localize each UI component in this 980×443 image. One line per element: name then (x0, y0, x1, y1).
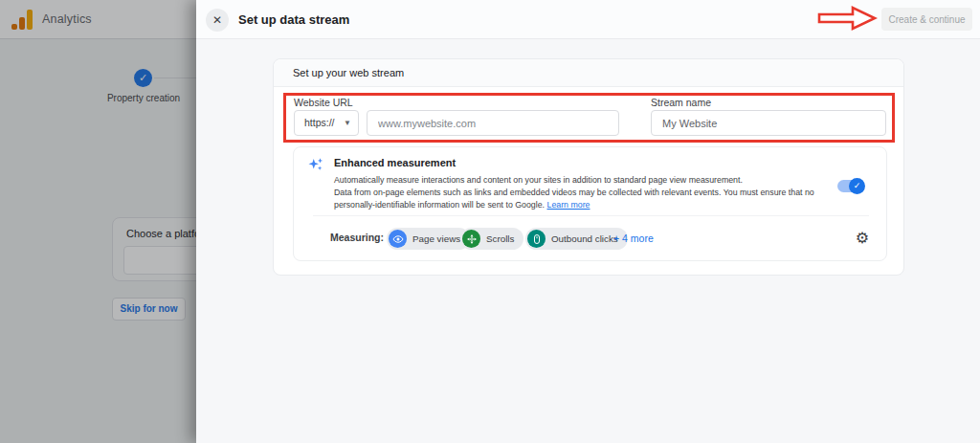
chip-label: Page views (412, 233, 460, 244)
enhanced-measurement-description: Automatically measure interactions and c… (334, 174, 830, 211)
screen: Analytics ✓ Property creation Choose a p… (0, 0, 980, 443)
create-continue-button[interactable]: Create & continue (881, 8, 972, 31)
setup-data-stream-panel: ✕ Set up data stream Create & continue S… (196, 0, 980, 443)
card-header: Set up your web stream (274, 59, 903, 87)
protocol-select[interactable]: https:// ▼ (294, 110, 359, 136)
measuring-row: Measuring: Page views Scrolls (294, 222, 886, 255)
close-icon[interactable]: ✕ (206, 9, 229, 32)
eye-icon (389, 230, 407, 248)
stream-name-input[interactable] (651, 110, 886, 136)
enhanced-measurement-title: Enhanced measurement (334, 157, 456, 168)
protocol-selected-value: https:// (304, 111, 335, 135)
annotation-arrow-icon (816, 5, 878, 32)
sparkle-icon (307, 156, 324, 173)
chip-label: Scrolls (486, 233, 514, 244)
toggle-check-icon: ✓ (849, 178, 865, 194)
chevron-down-icon: ▼ (344, 111, 351, 135)
measuring-label: Measuring: (330, 232, 384, 243)
panel-header: ✕ Set up data stream Create & continue (196, 0, 980, 39)
scroll-icon (462, 230, 480, 248)
chip-page-views: Page views (387, 228, 470, 250)
panel-title: Set up data stream (238, 0, 349, 39)
chip-scrolls: Scrolls (460, 228, 523, 250)
website-url-label: Website URL (294, 97, 353, 108)
section-divider (313, 215, 869, 216)
chip-outbound-clicks: Outbound clicks (525, 228, 628, 250)
more-events-link[interactable]: + 4 more (613, 233, 654, 244)
learn-more-link[interactable]: Learn more (547, 200, 590, 210)
enhanced-measurement-section: Enhanced measurement Automatically measu… (293, 146, 887, 261)
chip-label: Outbound clicks (551, 233, 618, 244)
description-line2: Data from on-page elements such as links… (334, 187, 830, 211)
card-header-title: Set up your web stream (293, 59, 404, 87)
mouse-icon (527, 230, 546, 248)
web-stream-card: Set up your web stream Website URL https… (273, 58, 904, 276)
stream-name-label: Stream name (651, 97, 711, 108)
gear-icon[interactable]: ⚙ (856, 229, 869, 247)
description-line1: Automatically measure interactions and c… (334, 174, 830, 187)
enhanced-measurement-toggle[interactable]: ✓ (837, 180, 863, 192)
website-url-input[interactable] (367, 110, 619, 136)
